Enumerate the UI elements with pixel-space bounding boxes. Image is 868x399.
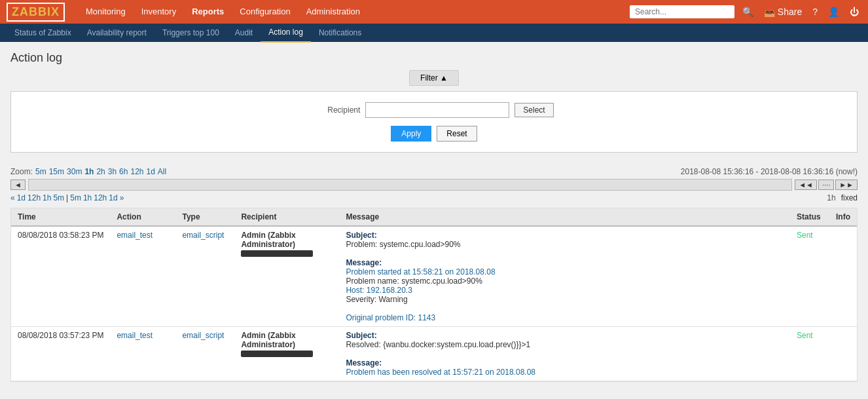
- nav-5m-left[interactable]: 5m: [53, 193, 64, 202]
- power-icon[interactable]: ⏻: [847, 7, 861, 17]
- zoom-30m[interactable]: 30m: [67, 167, 82, 176]
- top-navbar: ZABBIX Monitoring Inventory Reports Conf…: [0, 0, 868, 24]
- zoom-2h[interactable]: 2h: [96, 167, 105, 176]
- row2-msg-line1: Problem has been resolved at 15:57:21 on…: [346, 368, 784, 377]
- nav-double-right[interactable]: »: [120, 193, 124, 202]
- row1-message: Subject: Problem: systemc.cpu.load>90% M…: [339, 226, 790, 327]
- table-row: 08/08/2018 03:58:23 PM email_test email_…: [11, 226, 857, 327]
- row1-time: 08/08/2018 03:58:23 PM: [11, 226, 110, 327]
- scroll-dots-button[interactable]: ····: [818, 180, 834, 190]
- help-icon[interactable]: ?: [810, 7, 820, 17]
- row2-info: [829, 327, 857, 381]
- scroll-left-button[interactable]: ◄◄: [795, 180, 817, 190]
- subnav-audit[interactable]: Audit: [227, 24, 261, 42]
- subnav-action-log[interactable]: Action log: [261, 23, 311, 43]
- fixed-indicator: fixed: [841, 193, 858, 202]
- filter-actions: Apply Reset: [22, 126, 846, 142]
- table-row: 08/08/2018 03:57:23 PM email_test email_…: [11, 327, 857, 381]
- page-title: Action log: [10, 51, 858, 65]
- scroll-right-button[interactable]: ►►: [835, 180, 858, 190]
- row2-subject-label: Subject:: [346, 331, 376, 340]
- row1-action[interactable]: email_test: [110, 226, 175, 327]
- prev-button[interactable]: ◄: [10, 180, 26, 190]
- date-range: 2018-08-08 15:36:16 - 2018-08-08 16:36:1…: [681, 167, 858, 176]
- subnav-notifications[interactable]: Notifications: [311, 24, 369, 42]
- zoom-bar: Zoom: 5m 15m 30m 1h 2h 3h 6h 12h 1d All …: [0, 163, 868, 176]
- zoom-1h[interactable]: 1h: [84, 167, 94, 176]
- zoom-12h[interactable]: 12h: [130, 167, 143, 176]
- row2-recipient-blur: [241, 351, 313, 357]
- select-button[interactable]: Select: [515, 103, 553, 117]
- nav-configuration[interactable]: Configuration: [232, 0, 298, 24]
- row2-body-label: Message:: [346, 358, 382, 368]
- filter-section: Filter ▲ Recipient Select Apply Reset: [0, 70, 868, 163]
- nav-1h-right[interactable]: 1h: [83, 193, 92, 202]
- row1-msg-line2: Problem name: systemc.cpu.load>90%: [346, 276, 784, 286]
- recipient-input[interactable]: [365, 102, 509, 118]
- search-input[interactable]: [630, 5, 734, 18]
- zoom-all[interactable]: All: [158, 167, 166, 176]
- zoom-controls: Zoom: 5m 15m 30m 1h 2h 3h 6h 12h 1d All: [10, 167, 166, 176]
- nav-administration[interactable]: Administration: [298, 0, 368, 24]
- logo: ZABBIX: [7, 3, 65, 22]
- zoom-6h[interactable]: 6h: [119, 167, 128, 176]
- nav-1h-left[interactable]: 1h: [43, 193, 51, 202]
- nav-double-left[interactable]: «: [10, 193, 15, 202]
- page-title-bar: Action log: [0, 42, 868, 70]
- row1-msg-line6: Original problem ID: 1143: [346, 313, 784, 322]
- action-log-table: Time Action Type Recipient Message Statu…: [11, 208, 857, 381]
- nav-1d-left[interactable]: 1d: [17, 193, 26, 202]
- row2-subject-text: Resolved: {wanbu.docker:system.cpu.load.…: [346, 340, 784, 349]
- nav-monitoring[interactable]: Monitoring: [78, 0, 134, 24]
- reset-button[interactable]: Reset: [437, 126, 477, 142]
- col-type: Type: [175, 208, 234, 226]
- time-nav-left: « 1d 12h 1h 5m | 5m 1h 12h 1d »: [10, 193, 124, 202]
- row1-subject-text: Problem: systemc.cpu.load>90%: [346, 240, 784, 249]
- subnav-triggers-top-100[interactable]: Triggers top 100: [154, 24, 227, 42]
- zoom-1d[interactable]: 1d: [147, 167, 155, 176]
- row1-recipient: Admin (Zabbix Administrator): [234, 226, 339, 327]
- user-icon[interactable]: 👤: [825, 7, 842, 17]
- filter-toggle-button[interactable]: Filter ▲: [409, 70, 459, 86]
- time-nav-row: « 1d 12h 1h 5m | 5m 1h 12h 1d » 1h fixed: [0, 192, 868, 208]
- row1-recipient-name: Admin (Zabbix Administrator): [241, 231, 333, 249]
- nav-12h-left[interactable]: 12h: [27, 193, 41, 202]
- filter-recipient-row: Recipient Select: [22, 102, 846, 118]
- nav-right: 🔍 📤 Share ? 👤 ⏻: [630, 5, 861, 18]
- row1-recipient-blur: [241, 250, 313, 257]
- row1-msg-line3: Host: 192.168.20.3: [346, 286, 784, 295]
- table-header-row: Time Action Type Recipient Message Statu…: [11, 208, 857, 226]
- zoom-3h[interactable]: 3h: [108, 167, 117, 176]
- row2-status: Sent: [790, 327, 829, 381]
- zoom-5m[interactable]: 5m: [35, 167, 46, 176]
- sub-navbar: Status of Zabbix Availability report Tri…: [0, 24, 868, 42]
- row2-action[interactable]: email_test: [110, 327, 175, 381]
- nav-reports[interactable]: Reports: [184, 0, 232, 24]
- col-action: Action: [110, 208, 175, 226]
- nav-1d-right[interactable]: 1d: [109, 193, 117, 202]
- zoom-label: Zoom:: [10, 167, 33, 176]
- apply-button[interactable]: Apply: [391, 126, 431, 142]
- nav-right-info: 1h fixed: [827, 193, 858, 202]
- row2-message: Subject: Resolved: {wanbu.docker:system.…: [339, 327, 790, 381]
- row2-type[interactable]: email_script: [175, 327, 234, 381]
- data-table-section: Time Action Type Recipient Message Statu…: [10, 208, 858, 382]
- nav-inventory[interactable]: Inventory: [134, 0, 184, 24]
- subnav-availability-report[interactable]: Availability report: [79, 24, 154, 42]
- timeline-bar: [28, 179, 792, 191]
- row2-recipient: Admin (Zabbix Administrator): [234, 327, 339, 381]
- col-time: Time: [11, 208, 110, 226]
- row2-time: 08/08/2018 03:57:23 PM: [11, 327, 110, 381]
- zoom-15m[interactable]: 15m: [49, 167, 64, 176]
- filter-body: Recipient Select Apply Reset: [10, 91, 858, 153]
- row1-info: [829, 226, 857, 327]
- nav-5m-right[interactable]: 5m: [70, 193, 81, 202]
- row1-type[interactable]: email_script: [175, 226, 234, 327]
- col-recipient: Recipient: [234, 208, 339, 226]
- search-icon[interactable]: 🔍: [740, 7, 756, 17]
- share-icon[interactable]: 📤 Share: [761, 7, 805, 17]
- row1-msg-line4: Severity: Warning: [346, 295, 784, 304]
- nav-12h-right[interactable]: 12h: [94, 193, 107, 202]
- subnav-status-of-zabbix[interactable]: Status of Zabbix: [7, 24, 79, 42]
- row1-body-label: Message:: [346, 258, 382, 267]
